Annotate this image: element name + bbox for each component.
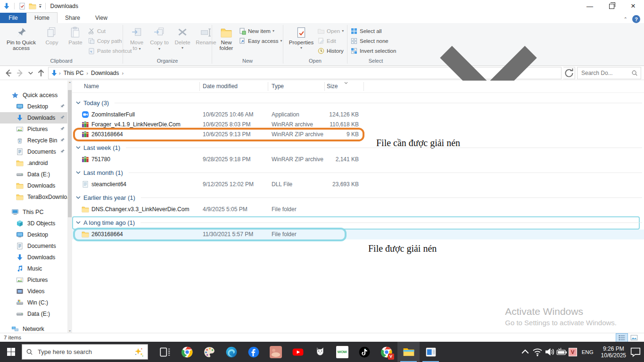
help-icon[interactable]: ? [632,15,640,23]
chevron-down-icon[interactable] [76,146,81,149]
sidebar-item-downloads[interactable]: Downloads [0,180,72,191]
battery-icon[interactable] [556,342,568,362]
chevron-down-icon[interactable] [76,101,81,104]
sidebar-item-downloads[interactable]: Downloads [0,252,72,263]
clock[interactable]: 9:26 PM 10/6/2025 [598,346,629,359]
taskbar-chrome-v-profile-icon[interactable]: V [375,342,397,362]
tab-file[interactable]: File [0,13,26,23]
taskbar-wow-app-icon[interactable]: WOW [331,342,353,362]
file-row-2603168664[interactable]: 260316866411/30/2021 5:57 PMFile folder [72,230,644,239]
sidebar-section-this-pc[interactable]: This PC [0,206,72,218]
wifi-icon[interactable] [532,342,543,362]
sidebar-item-recycle-bin[interactable]: Recycle Bin [0,135,72,146]
breadcrumb-downloads[interactable]: Downloads [89,70,121,76]
tab-view[interactable]: View [88,13,115,23]
file-row-2603168664[interactable]: 260316866410/6/2025 9:13 PMWinRAR ZIP ar… [72,130,644,140]
taskbar-cat-app-icon[interactable] [309,342,331,362]
group-header-a-long-time-ago-1-[interactable]: A long time ago (1) [76,217,642,228]
sidebar-item-data-e-[interactable]: Data (E:) [0,169,72,180]
sidebar-item-3d-objects[interactable]: 3D Objects [0,218,72,229]
details-view-button[interactable] [616,333,628,342]
taskbar-task-view-icon[interactable] [154,342,176,362]
properties-button[interactable]: Properties ▾ [286,25,316,49]
group-header-today-3-[interactable]: Today (3) [76,98,642,108]
sidebar-scrollbar[interactable]: ⌃ ⌄ [67,81,72,333]
tray-chevron-up-icon[interactable] [520,342,531,362]
column-size[interactable]: Size [327,83,338,90]
action-center-icon[interactable] [630,342,641,362]
group-header-last-week-1-[interactable]: Last week (1) [76,142,642,153]
select-all-button[interactable]: Select all [350,26,396,36]
search-box[interactable] [577,67,641,79]
breadcrumb-this-pc[interactable]: This PC [62,70,86,76]
taskbar-youtube-icon[interactable] [287,342,309,362]
sidebar-item-desktop[interactable]: Desktop [0,101,72,112]
customize-qat-dropdown-icon[interactable]: ▾ [39,4,41,8]
sidebar-item-win-c-[interactable]: Win (C:) [0,297,72,308]
sidebar-section-quick-access[interactable]: Quick access [0,89,72,101]
language-indicator[interactable]: ENG [578,349,597,355]
sidebar-item-documents[interactable]: Documents [0,146,72,157]
chevron-down-icon[interactable] [76,221,81,224]
chevron-down-icon[interactable] [76,171,81,174]
file-row-751780[interactable]: 7517809/28/2025 9:18 PMWinRAR ZIP archiv… [72,155,644,165]
tab-home[interactable]: Home [26,12,58,23]
taskbar-search-box[interactable] [22,344,148,360]
file-row-steamclient64[interactable]: steamclient649/12/2025 12:02 PMDLL File2… [72,180,644,189]
taskbar-edge-icon[interactable] [220,342,242,362]
taskbar-chrome-icon[interactable] [176,342,198,362]
column-name[interactable]: Name [84,83,99,90]
sidebar-section-network[interactable]: Network [0,323,72,333]
new-folder-button[interactable]: New folder [215,25,238,51]
copilot-sparkle-icon[interactable] [133,347,144,357]
taskbar-paint-icon[interactable] [198,342,220,362]
back-icon[interactable] [3,68,13,78]
file-row-forager-v4-1-9-linkneverdie-com[interactable]: Forager_v4.1.9_LinkNeverDie.Com10/6/2025… [72,120,644,130]
column-type[interactable]: Type [272,83,284,90]
taskbar-facebook-icon[interactable] [242,342,264,362]
refresh-icon[interactable] [563,67,575,79]
sidebar-item-desktop[interactable]: Desktop [0,229,72,240]
select-none-button[interactable]: Select none [350,36,396,46]
sidebar-item-data-e-[interactable]: Data (E:) [0,308,72,320]
taskbar-tiktok-icon[interactable] [353,342,375,362]
up-icon[interactable] [36,68,46,78]
scrollbar-thumb[interactable] [68,90,72,217]
sidebar-item-pictures[interactable]: Pictures [0,123,72,135]
address-bar[interactable]: › This PC › Downloads › [48,67,561,79]
sidebar-item-teraboxdownloa[interactable]: TeraBoxDownloa [0,191,72,203]
new-item-button[interactable]: New item▾ [239,26,282,36]
sidebar-item--android[interactable]: .android [0,157,72,169]
thumbnail-view-button[interactable] [628,333,640,342]
taskbar-file-explorer-icon[interactable] [397,342,420,362]
pin-to-quick-access-button[interactable]: Pin to Quick access [3,25,40,51]
group-header-earlier-this-year-1-[interactable]: Earlier this year (1) [76,192,642,203]
unikey-v-icon[interactable]: V [569,348,577,356]
size-filter-icon[interactable] [344,81,348,85]
invert-selection-button[interactable]: Invert selection [350,46,396,56]
column-date-modified[interactable]: Date modified [203,83,238,90]
taskbar-movies-app-icon[interactable] [420,342,442,362]
start-button[interactable] [0,342,22,362]
scroll-up-icon[interactable]: ⌃ [67,81,72,86]
close-button[interactable]: × [622,0,644,12]
sidebar-item-music[interactable]: Music [0,263,72,274]
properties-check-icon[interactable] [18,2,26,10]
sidebar-item-documents[interactable]: Documents [0,240,72,252]
file-row-zoominstallerfull[interactable]: ZoomInstallerFull10/6/2025 10:46 AMAppli… [72,110,644,120]
restore-button[interactable] [601,0,622,12]
chevron-down-icon[interactable] [76,196,81,199]
group-header-last-month-1-[interactable]: Last month (1) [76,167,642,178]
scroll-down-icon[interactable]: ⌄ [67,327,72,333]
taskbar-photo-app-icon[interactable] [264,342,287,362]
collapse-ribbon-icon[interactable]: ⌃ [624,16,627,22]
sidebar-item-downloads[interactable]: Downloads [0,112,72,123]
file-row-dns-changer-v3-3-linkneverdie-com[interactable]: DNS.Changer.v3.3_LinkNeverDie.Com4/9/202… [72,205,644,214]
tab-share[interactable]: Share [58,13,88,23]
search-icon[interactable] [631,70,638,76]
speaker-icon[interactable] [544,342,555,362]
minimize-button[interactable]: — [579,0,601,12]
new-folder-icon[interactable] [29,2,36,10]
recent-locations-icon[interactable] [27,68,34,78]
search-input[interactable] [580,69,629,77]
